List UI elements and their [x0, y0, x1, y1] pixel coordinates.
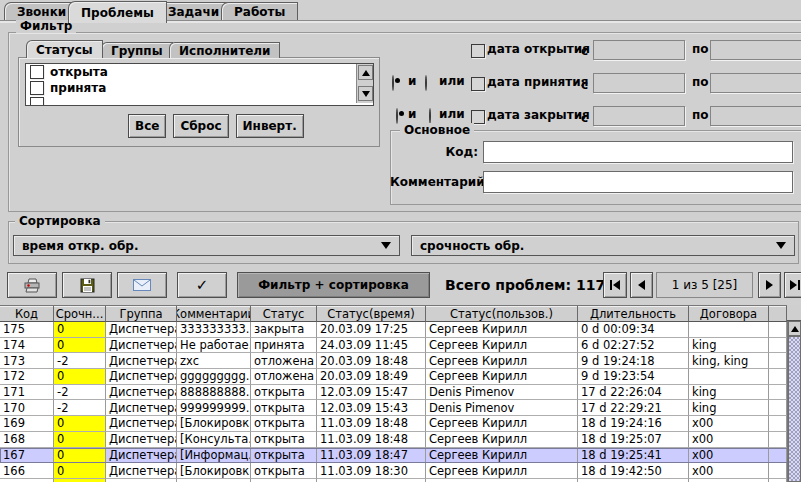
scrollbar-thumb[interactable]	[788, 336, 801, 482]
cell-contracts: king	[689, 385, 769, 401]
chevron-down-icon	[776, 242, 786, 249]
to-label: по	[692, 108, 709, 122]
close-date-from-field[interactable]	[593, 106, 685, 126]
accept-date-label: дата принятия	[487, 75, 588, 89]
status-item-label: открыта	[50, 65, 108, 79]
status-list-item[interactable]: открыта	[26, 64, 373, 80]
open-date-to-field[interactable]	[710, 40, 801, 60]
scroll-up-button[interactable]	[358, 65, 373, 80]
table-row[interactable]: 172 0 Диспетчера ggggggggg... отложена 2…	[0, 369, 801, 385]
cell-status-user: Denis Pimenov	[426, 385, 578, 401]
print-button[interactable]	[7, 272, 57, 298]
table-scrollbar[interactable]	[787, 321, 801, 482]
cell-empty	[769, 322, 787, 338]
col-status-user[interactable]: Статус(пользов.)	[426, 306, 578, 322]
cell-status-user: Сергеев Кирилл	[426, 448, 578, 464]
close-date-checkbox[interactable]	[471, 110, 485, 124]
cell-urgency: 0	[54, 369, 106, 385]
prev-page-button[interactable]	[630, 272, 653, 298]
first-page-button[interactable]	[603, 272, 627, 298]
cell-group: Диспетчера	[106, 369, 177, 385]
close-or-radio[interactable]	[429, 108, 431, 124]
col-group[interactable]: Группа	[106, 306, 177, 322]
cell-status-user: Сергеев Кирилл	[426, 416, 578, 432]
col-empty	[769, 306, 787, 322]
cell-urgency: 0	[54, 448, 106, 464]
code-label: Код:	[398, 145, 478, 159]
cell-contracts: king	[689, 338, 769, 354]
col-urgency[interactable]: Срочн...	[54, 306, 106, 322]
cell-contracts: x00	[689, 448, 769, 464]
table-row[interactable]: 171 -2 Диспетчера 888888888... открыта 1…	[0, 385, 801, 401]
table-row[interactable]: 173 -2 Диспетчера zxc отложена 20.03.09 …	[0, 353, 801, 369]
tab-works[interactable]: Работы	[221, 2, 298, 20]
cell-status-time: 20.03.09 18:48	[317, 353, 426, 369]
accept-date-from-field[interactable]	[593, 73, 685, 93]
cell-urgency: -2	[54, 385, 106, 401]
table-row[interactable]: 174 0 Диспетчера Не работае... принята 2…	[0, 338, 801, 354]
invert-button[interactable]: Инверт.	[236, 114, 304, 138]
table-row[interactable]: 169 0 Диспетчера [Блокировк... открыта 1…	[0, 416, 801, 432]
subtab-statuses[interactable]: Статусы	[26, 40, 103, 58]
filter-sort-button[interactable]: Фильтр + сортировка	[237, 272, 430, 298]
accept-or-radio[interactable]	[425, 75, 427, 91]
close-and-radio[interactable]	[396, 108, 398, 124]
status-list-item[interactable]: принята	[26, 80, 373, 96]
col-status-time[interactable]: Статус(время)	[317, 306, 426, 322]
and-label: и	[408, 74, 416, 88]
mail-button[interactable]	[117, 272, 167, 298]
printer-icon	[23, 278, 41, 293]
list-scrollbar[interactable]	[356, 64, 373, 103]
col-code[interactable]: Код	[0, 306, 54, 322]
accept-and-radio[interactable]	[392, 75, 394, 91]
apply-button[interactable]: ✓	[177, 272, 227, 298]
cell-status-user: Сергеев Кирилл	[426, 369, 578, 385]
checkbox-open[interactable]	[30, 65, 44, 79]
cell-contracts	[689, 322, 769, 338]
open-date-checkbox[interactable]	[471, 44, 485, 58]
scroll-up-button[interactable]	[788, 321, 801, 336]
secondary-sort-dropdown[interactable]: срочность обр.	[411, 235, 795, 256]
primary-sort-dropdown[interactable]: время откр. обр.	[13, 235, 400, 256]
cell-code: 175	[0, 322, 54, 338]
reset-button[interactable]: Сброс	[173, 114, 228, 138]
table-row[interactable]: 170 -2 Диспетчера 999999999... открыта 1…	[0, 400, 801, 416]
checkbox-accepted[interactable]	[30, 81, 44, 95]
next-page-button[interactable]	[758, 272, 781, 298]
comment-field[interactable]	[483, 171, 793, 193]
cell-status-time: 12.03.09 15:43	[317, 400, 426, 416]
open-date-from-field[interactable]	[593, 40, 685, 60]
cell-group: Диспетчера	[106, 338, 177, 354]
col-comment[interactable]: Комментарий	[177, 306, 251, 322]
accept-date-checkbox[interactable]	[471, 77, 485, 91]
accept-date-to-field[interactable]	[710, 73, 801, 93]
comment-label: Комментарий:	[390, 175, 478, 189]
tab-problems[interactable]: Проблемы	[68, 1, 167, 23]
cell-contracts: x00	[689, 463, 769, 479]
table-row-selected[interactable]: 167 0 Диспетчера [Информац... открыта 11…	[0, 448, 801, 464]
last-page-button[interactable]	[784, 272, 801, 298]
chevron-down-icon	[381, 242, 391, 249]
save-button[interactable]	[62, 272, 112, 298]
col-duration[interactable]: Длительность	[578, 306, 689, 322]
col-status[interactable]: Статус	[251, 306, 317, 322]
cell-comment: zxc	[177, 353, 251, 369]
select-all-button[interactable]: Все	[128, 114, 166, 138]
status-list-item-partial[interactable]	[26, 96, 373, 106]
table-row[interactable]: 166 0 Диспетчера [Блокировк... открыта 1…	[0, 463, 801, 479]
first-page-icon	[610, 280, 612, 290]
close-date-to-field[interactable]	[710, 106, 801, 126]
code-field[interactable]	[483, 141, 793, 163]
or-label: или	[439, 107, 465, 121]
arrow-right-icon	[766, 280, 773, 290]
table-row[interactable]: 175 0 Диспетчера 333333333... закрыта 20…	[0, 322, 801, 338]
total-problems-label: Всего проблем: 117	[445, 277, 605, 293]
subtab-executors[interactable]: Исполнители	[169, 42, 280, 58]
scroll-down-button[interactable]	[358, 86, 373, 101]
col-contracts[interactable]: Договора	[689, 306, 769, 322]
checkbox-partial[interactable]	[30, 97, 44, 106]
cell-status-time: 20.03.09 17:25	[317, 322, 426, 338]
table-row[interactable]: 168 0 Диспетчера [Консульта... открыта 1…	[0, 432, 801, 448]
problems-window: Звонки Проблемы Задачи Работы Фильтр Ста…	[0, 0, 801, 482]
subtab-groups[interactable]: Группы	[101, 42, 173, 58]
